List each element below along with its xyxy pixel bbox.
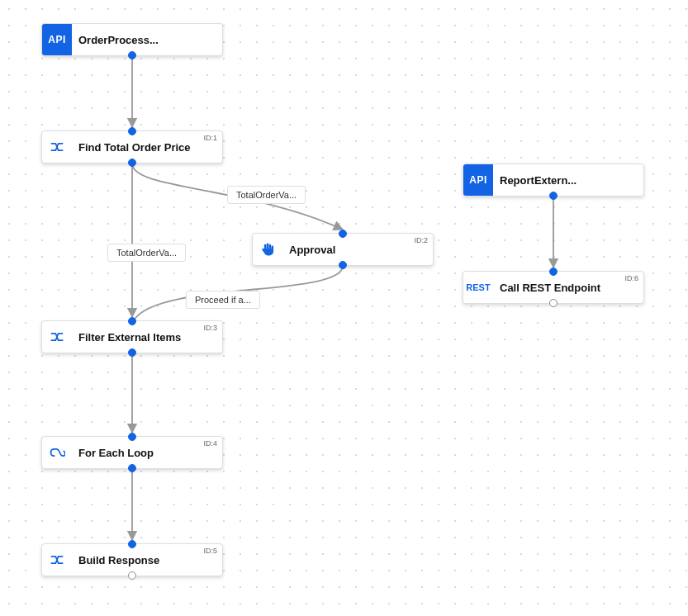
data-mapper-icon — [42, 321, 72, 353]
port-in[interactable] — [549, 268, 558, 276]
port-out[interactable] — [128, 159, 136, 167]
node-call-rest-endpoint[interactable]: REST Call REST Endpoint ID:6 — [463, 271, 644, 304]
port-out[interactable] — [128, 51, 136, 59]
node-build-response[interactable]: Build Response ID:5 — [41, 543, 223, 576]
port-in[interactable] — [128, 317, 136, 325]
node-id: ID:1 — [203, 134, 217, 142]
api-icon: API — [42, 24, 72, 55]
port-in[interactable] — [128, 540, 136, 548]
node-id: ID:2 — [414, 236, 428, 244]
node-title: For Each Loop — [72, 447, 222, 459]
port-out[interactable] — [339, 261, 347, 269]
data-mapper-icon — [42, 131, 72, 163]
rest-icon: REST — [463, 272, 493, 303]
port-out[interactable] — [128, 348, 136, 357]
api-icon: API — [463, 164, 493, 196]
node-title: Build Response — [72, 554, 222, 566]
node-title: Approval — [282, 244, 433, 256]
links-layer — [0, 0, 688, 616]
port-in[interactable] — [339, 230, 347, 238]
port-in[interactable] — [128, 433, 136, 441]
node-title: Filter External Items — [72, 331, 222, 344]
node-title: Find Total Order Price — [72, 141, 222, 154]
edge-label-totalorderva-1[interactable]: TotalOrderVa... — [227, 186, 306, 204]
hand-icon — [253, 234, 282, 265]
port-out[interactable] — [128, 464, 136, 472]
node-id: ID:3 — [203, 324, 217, 332]
port-out[interactable] — [549, 299, 558, 307]
edge-label-totalorderva-2[interactable]: TotalOrderVa... — [107, 244, 186, 262]
node-title: ReportExtern... — [493, 174, 643, 187]
node-filter-external-items[interactable]: Filter External Items ID:3 — [41, 320, 223, 353]
port-out[interactable] — [549, 192, 558, 200]
flow-canvas[interactable]: API OrderProcess... Find Total Order Pri… — [0, 0, 688, 616]
node-id: ID:5 — [203, 547, 217, 555]
port-in[interactable] — [128, 127, 136, 135]
node-id: ID:4 — [203, 439, 217, 448]
node-report-extern[interactable]: API ReportExtern... — [463, 163, 644, 197]
node-approval[interactable]: Approval ID:2 — [252, 233, 434, 266]
node-find-total-order-price[interactable]: Find Total Order Price ID:1 — [41, 130, 223, 163]
node-id: ID:6 — [624, 274, 638, 282]
node-title: OrderProcess... — [72, 34, 222, 46]
node-for-each-loop[interactable]: For Each Loop ID:4 — [41, 436, 223, 469]
loop-icon — [42, 437, 72, 468]
edge-label-proceed-if-a[interactable]: Proceed if a... — [186, 291, 260, 309]
port-out[interactable] — [128, 571, 136, 580]
data-mapper-icon — [42, 544, 72, 576]
node-title: Call REST Endpoint — [493, 282, 643, 294]
node-order-process[interactable]: API OrderProcess... — [41, 23, 223, 56]
